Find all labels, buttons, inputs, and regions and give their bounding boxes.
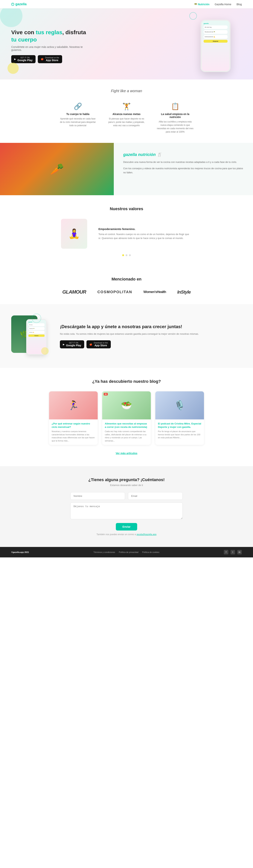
- cta-deco-circle-teal: [32, 314, 41, 323]
- value-item-0: Empoderamiento femenino. Toma el control…: [99, 227, 192, 240]
- cta-phone-card-3: Entreno 💪: [28, 331, 45, 334]
- social-instagram-icon[interactable]: in: [237, 550, 242, 554]
- blog-more-link[interactable]: Ver más artículos: [116, 452, 137, 455]
- cta-google-play-icon: ▶: [63, 343, 64, 346]
- tagline: Fight like a woman: [0, 80, 253, 99]
- nav-logo[interactable]: gazella: [11, 2, 27, 6]
- feature-item-1: 🏋️ Alcanza nuevas metas Si piensas que h…: [108, 102, 145, 133]
- footer-link-cookies[interactable]: Política de cookies: [142, 551, 160, 553]
- press-title: Mencionado en: [11, 277, 242, 282]
- values-dot-1[interactable]: [125, 254, 128, 256]
- blog-section: ¿Ya has descubierto nuestro blog? 🏃‍♀️ ¿…: [0, 368, 253, 466]
- apple-icon: 🍎: [41, 58, 44, 60]
- app-store-button[interactable]: 🍎 Download on the App Store: [38, 55, 62, 63]
- hero-subtitle: Conviértete en una mujer más activa y sa…: [11, 45, 90, 52]
- cta-google-play-label: GET IT ON Google Play: [66, 342, 81, 347]
- google-play-label: GET IT ON Google Play: [18, 57, 33, 62]
- feature-icon-0: 🔗: [59, 102, 96, 110]
- footer: ©gazella.app 2021 Términos y condiciones…: [0, 547, 253, 557]
- blog-title: ¿Ya has descubierto nuestro blog?: [11, 379, 242, 384]
- press-logos: GLAMOUR COSMOPOLITAN Women'sHealth InSty…: [11, 289, 242, 295]
- contact-alt-text: También nos puedes enviar un correo a ay…: [71, 533, 182, 536]
- nutrition-food-image: 🥕: [0, 143, 114, 195]
- hero-image: gazella Mi ciclo hoy Receta del día 🥗 En…: [189, 20, 242, 72]
- feature-icon-2: 📋: [157, 102, 194, 110]
- blog-card-0-body: ¿Por qué entrenar según nuestro ciclo me…: [49, 420, 98, 445]
- cta-google-play-button[interactable]: ▶ GET IT ON Google Play: [60, 340, 84, 348]
- blog-card-0-desc: Nosotras y nuestros cuerpos tenemos cara…: [52, 430, 95, 442]
- values-title: Nuestros valores: [11, 207, 242, 211]
- blog-card-0-image: 🏃‍♀️: [49, 391, 98, 420]
- contact-title: ¿Tienes alguna pregunta? ¡Cuéntanos!: [11, 477, 242, 482]
- footer-logo: ©gazella.app 2021: [11, 551, 29, 553]
- download-cta-section: 🌿 gazella Mi ciclo Nutrición 🥗 Entreno 💪…: [0, 304, 253, 368]
- values-illus-image: 🧘‍♀️: [61, 219, 87, 249]
- cta-subtitle: No estás sola. Ya somos miles de mujeres…: [60, 332, 242, 336]
- cta-phone-card-2: Nutrición 🥗: [28, 327, 45, 330]
- blog-card-2-desc: Por fin tengo el placer de anunciaros qu…: [158, 430, 201, 439]
- cta-app-store-label: Download on the App Store: [94, 342, 108, 347]
- footer-links: Términos y condiciones Política de priva…: [93, 551, 160, 553]
- navbar: gazella 🥗 Nutrición Gazella Home Blog: [0, 0, 253, 8]
- nutrition-image: 🥕: [0, 143, 114, 195]
- footer-social: f t in: [224, 550, 242, 554]
- press-logo-glamour: GLAMOUR: [62, 289, 86, 295]
- contact-alt-email[interactable]: ayuda@gazella.app: [137, 533, 157, 536]
- blog-more: Ver más artículos: [11, 452, 242, 459]
- phone-card-2: Receta del día 🥗: [204, 30, 228, 34]
- blog-badge: 89: [104, 393, 108, 396]
- social-twitter-icon[interactable]: t: [230, 550, 235, 554]
- phone-mockup: gazella Mi ciclo hoy Receta del día 🥗 En…: [201, 20, 230, 72]
- blog-grid: 🏃‍♀️ ¿Por qué entrenar según nuestro cic…: [11, 391, 242, 445]
- blog-card-2-title: El podcast de Cristina Mitre. Especial D…: [158, 422, 201, 429]
- cta-app-store-button[interactable]: 🍎 Download on the App Store: [86, 340, 111, 348]
- values-section: Nuestros valores 🧘‍♀️ Empoderamiento fem…: [0, 195, 253, 268]
- values-dot-2[interactable]: [129, 254, 131, 256]
- phone-card-3: Entrenamiento 💪: [204, 35, 228, 39]
- svg-point-0: [11, 3, 14, 6]
- cta-phone-card-1: Mi ciclo: [28, 323, 45, 326]
- nav-home[interactable]: Gazella Home: [215, 3, 231, 6]
- hero-decoration-circle-outline: [189, 12, 197, 20]
- nav-links: 🥗 Nutrición Gazella Home Blog: [194, 3, 242, 6]
- values-dots: [11, 254, 242, 256]
- hero-decoration-circle-yellow: [7, 63, 19, 74]
- blog-card-0-title: ¿Por qué entrenar según nuestro ciclo me…: [52, 422, 95, 429]
- name-input[interactable]: [71, 492, 125, 500]
- social-facebook-icon[interactable]: f: [224, 550, 228, 554]
- contact-section: ¿Tienes alguna pregunta? ¡Cuéntanos! Est…: [0, 466, 253, 547]
- blog-card-2-body: El podcast de Cristina Mitre. Especial D…: [155, 420, 204, 442]
- feature-icon-1: 🏋️: [108, 102, 145, 110]
- values-dot-0[interactable]: [122, 254, 124, 256]
- feature-item-2: 📋 La salud empieza en la nutrición Afila…: [157, 102, 194, 133]
- cta-buttons: ▶ GET IT ON Google Play 🍎 Download on th…: [60, 340, 242, 348]
- nav-nutricion[interactable]: 🥗 Nutrición: [194, 3, 209, 6]
- logo-icon: [11, 3, 14, 6]
- footer-link-privacy[interactable]: Política de privacidad: [119, 551, 139, 553]
- google-play-button[interactable]: ▶ GET IT ON Google Play: [11, 55, 35, 63]
- contact-form: Enviar También nos puedes enviar un corr…: [71, 492, 182, 536]
- blog-card-1-image: 🥗 89: [102, 391, 151, 420]
- values-content: 🧘‍♀️ Empoderamiento femenino. Toma el co…: [61, 219, 192, 249]
- submit-button[interactable]: Enviar: [116, 523, 137, 530]
- message-textarea[interactable]: [71, 502, 182, 519]
- feature-item-0: 🔗 Tu cuerpo te habla Aprende qué necesit…: [59, 102, 96, 133]
- app-store-label: Download on the App Store: [45, 57, 59, 62]
- form-row-name-email: [71, 492, 182, 500]
- feature-desc-0: Aprende qué necesita en cada fase de tu …: [59, 117, 96, 127]
- blog-card-0: 🏃‍♀️ ¿Por qué entrenar según nuestro cic…: [49, 391, 98, 445]
- hero-buttons: ▶ GET IT ON Google Play 🍎 Download on th…: [11, 55, 90, 63]
- email-input[interactable]: [128, 492, 182, 500]
- cta-title: ¡Descárgate la app y únete a nosotras pa…: [60, 324, 242, 330]
- phone-card-1: Mi ciclo hoy: [204, 25, 228, 29]
- footer-link-terms[interactable]: Términos y condiciones: [93, 551, 115, 553]
- press-section: Mencionado en GLAMOUR COSMOPOLITAN Women…: [0, 268, 253, 304]
- cta-apple-icon: 🍎: [89, 343, 92, 346]
- phone-cta-btn: Empezar: [204, 40, 228, 43]
- phone-screen: gazella Mi ciclo hoy Receta del día 🥗 En…: [202, 21, 229, 71]
- nav-blog[interactable]: Blog: [236, 3, 242, 6]
- blog-card-2-image: 🎙️: [155, 391, 204, 420]
- nutrition-section: 🥕 gazella nutrición 🍴 Descubre una nueva…: [0, 143, 253, 195]
- nutrition-para2: Con los consejos y videos de nuestra nut…: [123, 166, 244, 175]
- hero-decoration-circle-teal: [0, 8, 23, 27]
